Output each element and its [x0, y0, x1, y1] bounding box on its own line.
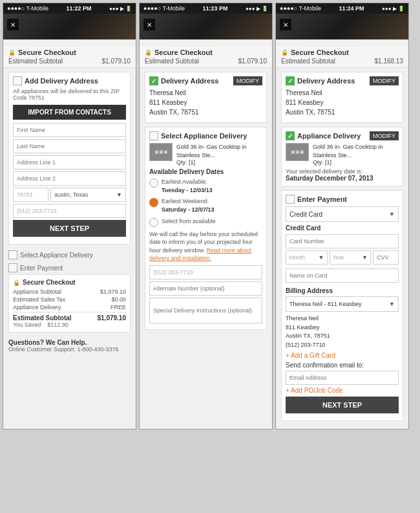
summary-row-subtotal: Appliance Subtotal $1,079.10 — [13, 289, 126, 295]
summary-tax-label: Estimated Sales Tax — [13, 296, 65, 303]
secure-checkout-title-3: 🔒 Secure Checkout — [281, 49, 403, 56]
carrier-1: ●●●●○ T-Mobile — [7, 5, 48, 12]
product-qty-2: Qty: [1] — [176, 159, 262, 166]
summary-delivery-value: FREE — [110, 304, 126, 311]
add-po-code-button[interactable]: + Add PO/Job Code — [286, 387, 399, 394]
address-city-2: Austin TX, 78751 — [149, 107, 262, 117]
card-date-row: Month ▼ Year ▼ — [286, 250, 399, 265]
product-name-3: Gold 36 in- Gas Cooktop in Stainless Ste… — [313, 143, 399, 159]
subtotal-value-2: $1,079.10 — [238, 58, 268, 65]
screen-3: ●●●●○ T-Mobile 11:24 PM ●●● ▶ 🔋 ✕ 🔒 Secu… — [275, 3, 409, 430]
appliance-label-1: Select Appliance Delivery — [20, 252, 93, 259]
billing-address-text: Theresa Neil811 KeasbeyAustin TX, 78751(… — [286, 314, 399, 349]
add-gift-card-button[interactable]: + Add a Gift Card — [286, 352, 399, 359]
estimated-subtotal-1: Estimated Subtotal $1,079.10 — [8, 58, 131, 65]
subtotal-value-3: $1,168.13 — [375, 58, 404, 65]
summary-delivery-label: Appliance Delivery — [13, 304, 61, 311]
product-thumbnail-2: ▣▣▣ — [149, 143, 173, 161]
next-step-button-1[interactable]: NEXT STEP — [13, 220, 126, 237]
radio-earliest[interactable] — [149, 179, 158, 188]
address-line1-input[interactable] — [13, 155, 126, 169]
delivery-modify-button-2[interactable]: MODIFY — [233, 76, 262, 85]
import-contacts-button[interactable]: IMPORT FROM CONTACTS — [13, 105, 126, 120]
address-street-3: 811 Keasbey — [286, 98, 399, 107]
name-on-card-input[interactable] — [286, 268, 399, 283]
zip-input[interactable] — [13, 188, 48, 202]
address-name-3: Theresa Neil — [286, 88, 399, 98]
estimated-subtotal-2: Estimated Subtotal $1,079.10 — [145, 58, 267, 65]
appliance-modify-button-3[interactable]: MODIFY — [370, 131, 399, 140]
carrier-3: ●●●●○ T-Mobile — [280, 5, 321, 12]
time-3: 11:24 PM — [339, 5, 364, 12]
delivery-address-section-2: Delivery Address MODIFY Theresa Neil 811… — [145, 72, 267, 123]
month-select[interactable]: Month ▼ — [286, 250, 328, 265]
billing-title: Billing Address — [286, 287, 399, 294]
radio-select[interactable] — [149, 218, 158, 227]
product-details-2: Gold 36 in- Gas Cooktop in Stainless Ste… — [176, 143, 262, 166]
delivery-dates-title-2: Available Delivery Dates — [149, 168, 262, 175]
payment-section-3: Enter Payment Credit Card ▼ Credit Card … — [281, 190, 403, 421]
payment-checkbox-3[interactable] — [286, 195, 295, 204]
close-button-1[interactable]: ✕ — [7, 19, 19, 30]
cvv-input[interactable] — [373, 250, 399, 265]
summary-row-delivery: Appliance Delivery FREE — [13, 304, 126, 311]
next-step-button-3[interactable]: NEXT STEP — [286, 397, 399, 413]
close-button-2[interactable]: ✕ — [143, 19, 155, 30]
payment-small-1: Enter Payment — [8, 261, 131, 274]
delivery-address-display-3: Theresa Neil 811 Keasbey Austin TX, 7875… — [286, 88, 399, 117]
email-input[interactable] — [286, 371, 399, 385]
delivery-label-earliest: Earliest Available:Tuesday - 12/03/13 — [162, 178, 213, 194]
address-city-3: Austin TX, 78751 — [286, 107, 399, 117]
appliance-delivery-small-1: Select Appliance Delivery — [8, 248, 131, 261]
close-btn-overlay-3: ✕ — [276, 16, 408, 33]
content-3: Delivery Address MODIFY Theresa Neil 811… — [276, 68, 408, 429]
appliance-checkbox-2[interactable] — [149, 131, 158, 140]
payment-checkbox-1[interactable] — [8, 263, 17, 272]
appliance-checkbox-checked-3[interactable] — [286, 131, 295, 140]
battery-3: ●●● ▶ 🔋 — [382, 6, 404, 12]
phone-input-2[interactable] — [149, 265, 262, 279]
billing-address-select[interactable]: Theresa Neil - 811 Keasbey ▼ — [286, 296, 399, 312]
summary-tax-value: $0.00 — [111, 296, 126, 303]
delivery-label-weekend: Earliest Weekend:Saturday - 12/07/13 — [162, 197, 215, 213]
year-select[interactable]: Year ▼ — [330, 250, 372, 265]
delivery-address-section-1: Add Delivery Address All appliances will… — [8, 72, 131, 245]
delivery-instructions-input[interactable] — [149, 298, 262, 323]
address-line2-input[interactable] — [13, 171, 126, 186]
battery-1: ●●● ▶ 🔋 — [109, 6, 132, 12]
delivery-option-weekend: Earliest Weekend:Saturday - 12/07/13 — [149, 197, 262, 213]
checkout-header-1: 🔒 Secure Checkout Estimated Subtotal $1,… — [3, 46, 136, 68]
delivery-title-3: Delivery Address — [297, 77, 355, 85]
screens-container: ●●●●○ T-Mobile 11:22 PM ●●● ▶ 🔋 ✕ 🔒 Secu… — [0, 0, 420, 432]
month-dropdown-icon: ▼ — [319, 254, 324, 261]
month-value: Month — [289, 254, 305, 261]
delivery-address-display-2: Theresa Neil 811 Keasbey Austin TX, 7875… — [149, 88, 262, 117]
appliance-header-3: Appliance Delivery MODIFY — [286, 131, 399, 140]
last-name-input[interactable] — [13, 139, 126, 153]
payment-type-select[interactable]: Credit Card ▼ — [286, 206, 399, 222]
status-bar-3: ●●●●○ T-Mobile 11:24 PM ●●● ▶ 🔋 — [276, 3, 408, 14]
summary-section-1: 🔒 Secure Checkout Appliance Subtotal $1,… — [8, 274, 131, 333]
appliance-delivery-section-2: Select Appliance Delivery ▣▣▣ Gold 36 in… — [145, 127, 267, 330]
delivery-link[interactable]: Read more about delivery and installatio… — [149, 247, 251, 262]
radio-weekend[interactable] — [149, 198, 158, 207]
close-button-3[interactable]: ✕ — [280, 19, 291, 30]
delivery-checkbox-1[interactable] — [13, 76, 22, 85]
card-number-input[interactable] — [286, 234, 399, 248]
phone-input[interactable] — [13, 204, 126, 218]
billing-dropdown-icon: ▼ — [389, 301, 395, 307]
payment-dropdown-icon: ▼ — [389, 211, 395, 217]
year-dropdown-icon: ▼ — [362, 254, 368, 261]
time-2: 11:23 PM — [203, 5, 228, 12]
state-select[interactable]: austin, Texas ▼ — [50, 188, 126, 202]
first-name-input[interactable] — [13, 123, 126, 137]
summary-appliance-value: $1,079.10 — [100, 289, 126, 295]
carrier-2: ●●●●○ T-Mobile — [143, 5, 185, 12]
alternate-phone-input[interactable] — [149, 281, 262, 296]
billing-select-value: Theresa Neil - 811 Keasbey — [289, 301, 362, 307]
state-dropdown-icon: ▼ — [116, 191, 122, 198]
delivery-checkbox-checked-3[interactable] — [286, 76, 295, 85]
delivery-checkbox-checked-2[interactable] — [149, 76, 158, 85]
delivery-modify-button-3[interactable]: MODIFY — [370, 76, 399, 85]
appliance-checkbox-1[interactable] — [8, 250, 17, 259]
